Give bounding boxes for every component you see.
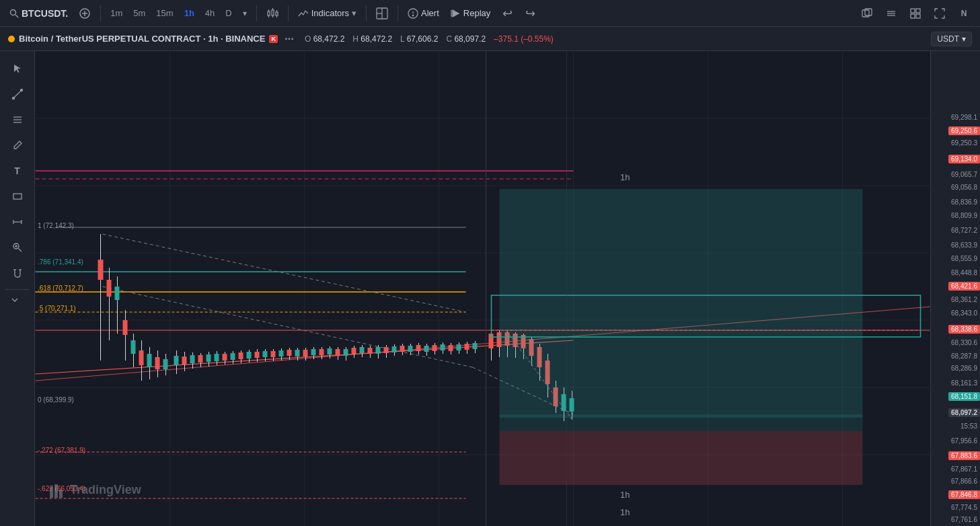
- svg-rect-74: [98, 260, 104, 280]
- add-symbol-button[interactable]: [75, 3, 95, 24]
- svg-marker-20: [453, 10, 459, 17]
- svg-rect-80: [123, 320, 128, 335]
- svg-rect-5: [268, 11, 270, 15]
- price-tick: 68,633.9: [948, 241, 980, 250]
- symbol-dot: [8, 36, 15, 42]
- fib-level-neg272: -.272 (67,381.9): [38, 447, 85, 454]
- tv-logo-text: TradingView: [70, 483, 141, 497]
- tf-label-1: 1h: [620, 172, 630, 182]
- price-tick: 68,151.8: [948, 392, 980, 401]
- brush-tool[interactable]: [5, 133, 30, 157]
- svg-rect-158: [441, 344, 445, 350]
- separator2: [256, 5, 257, 22]
- svg-rect-130: [328, 348, 332, 354]
- svg-rect-136: [352, 348, 356, 354]
- alert-button[interactable]: Alert: [404, 5, 443, 22]
- price-tick: 68,286.9: [948, 364, 980, 373]
- svg-point-32: [12, 98, 14, 100]
- svg-rect-37: [13, 194, 22, 199]
- trend-line-tool[interactable]: [5, 82, 30, 106]
- search-icon[interactable]: BTCUSDT.: [5, 5, 72, 22]
- svg-rect-100: [206, 354, 211, 362]
- svg-rect-112: [255, 352, 260, 358]
- price-tick: 68,809.9: [948, 211, 980, 220]
- svg-rect-92: [174, 356, 179, 365]
- tf-label-3: 1h: [620, 507, 630, 517]
- svg-rect-122: [295, 350, 300, 356]
- fullscreen-button[interactable]: [929, 3, 950, 24]
- multipage-button[interactable]: [856, 3, 878, 24]
- svg-line-62: [103, 234, 466, 312]
- symbol-full-name: Bitcoin / TetherUS PERPETUAL CONTRACT · …: [19, 34, 265, 44]
- tf-1h[interactable]: 1h: [180, 6, 198, 20]
- ohlc-high: H 68,472.2: [352, 34, 392, 44]
- fib-level-0: 0 (68,399.9): [38, 396, 74, 404]
- cursor-tool[interactable]: [5, 57, 30, 81]
- price-tick: 68,161.3: [948, 379, 980, 387]
- tf-15m[interactable]: 15m: [152, 6, 177, 20]
- zoom-tool[interactable]: [5, 235, 30, 260]
- tf-1m[interactable]: 1m: [106, 6, 126, 20]
- separator5: [398, 5, 398, 22]
- price-tick: 67,956.6: [948, 437, 980, 445]
- indicators-button[interactable]: Indicators ▾: [294, 5, 361, 22]
- more-button[interactable]: ···: [282, 32, 297, 46]
- shapes-tool[interactable]: [5, 184, 30, 209]
- price-tick: 68,361.2: [948, 295, 980, 304]
- price-tick: 68,330.6: [948, 338, 980, 347]
- svg-rect-124: [303, 350, 308, 356]
- svg-rect-90: [163, 359, 168, 369]
- svg-rect-82: [131, 340, 136, 354]
- measure-tool[interactable]: [5, 210, 30, 234]
- replay-button[interactable]: Replay: [446, 5, 494, 22]
- separator: [100, 5, 101, 22]
- svg-rect-11: [276, 12, 278, 15]
- chart-type-button[interactable]: [262, 3, 282, 24]
- left-sidebar: T: [0, 51, 35, 526]
- collapse-button[interactable]: [5, 293, 24, 307]
- price-tick: 15:53: [958, 422, 980, 430]
- price-tick: 67,846.8: [948, 490, 980, 499]
- redo-button[interactable]: ↪: [520, 3, 540, 24]
- n-button[interactable]: N: [953, 3, 975, 24]
- svg-rect-27: [911, 9, 915, 13]
- price-tick: 68,097.2: [948, 408, 980, 417]
- tf-4h[interactable]: 4h: [201, 6, 219, 20]
- indicators-chevron: ▾: [352, 8, 356, 18]
- fib-tool[interactable]: [5, 108, 30, 132]
- svg-rect-156: [432, 345, 437, 351]
- price-tick: 68,343.0: [948, 309, 980, 317]
- main-area: T: [0, 51, 980, 526]
- text-tool[interactable]: T: [5, 159, 30, 183]
- price-tick: 68,727.2: [948, 226, 980, 235]
- symbol-bar: Bitcoin / TetherUS PERPETUAL CONTRACT · …: [0, 27, 980, 51]
- fib-level-618: .618 (70,712.7): [38, 285, 83, 292]
- svg-rect-144: [384, 347, 389, 353]
- svg-rect-146: [392, 346, 397, 352]
- symbol-label: BTCUSDT.: [22, 8, 68, 19]
- currency-dropdown[interactable]: USDT ▾: [931, 32, 972, 46]
- undo-button[interactable]: ↩: [497, 3, 517, 24]
- magnet-tool[interactable]: [5, 261, 30, 285]
- svg-rect-198: [50, 487, 53, 498]
- chart-canvas: [35, 51, 930, 526]
- timeframe-dropdown[interactable]: ▾: [239, 3, 251, 24]
- svg-rect-94: [182, 356, 187, 365]
- svg-rect-102: [215, 354, 219, 361]
- tf-5m[interactable]: 5m: [129, 6, 149, 20]
- objects-tree-button[interactable]: [905, 3, 926, 24]
- ohlc-low: L 67,606.2: [400, 34, 438, 44]
- symbol-name-area: Bitcoin / TetherUS PERPETUAL CONTRACT · …: [8, 32, 297, 46]
- svg-rect-140: [368, 348, 373, 354]
- svg-rect-8: [272, 10, 274, 15]
- tf-d[interactable]: D: [221, 6, 235, 20]
- chart-area[interactable]: 1 (72,142.3) .786 (71,341.4) .618 (70,71…: [35, 51, 930, 526]
- drawing-tools-button[interactable]: [880, 3, 902, 24]
- svg-rect-138: [360, 347, 365, 353]
- replay-label: Replay: [463, 8, 490, 18]
- svg-rect-108: [239, 352, 243, 359]
- svg-rect-118: [279, 350, 284, 356]
- svg-rect-189: [500, 189, 863, 418]
- layout-button[interactable]: [372, 3, 392, 24]
- price-tick: 68,421.6: [948, 282, 980, 291]
